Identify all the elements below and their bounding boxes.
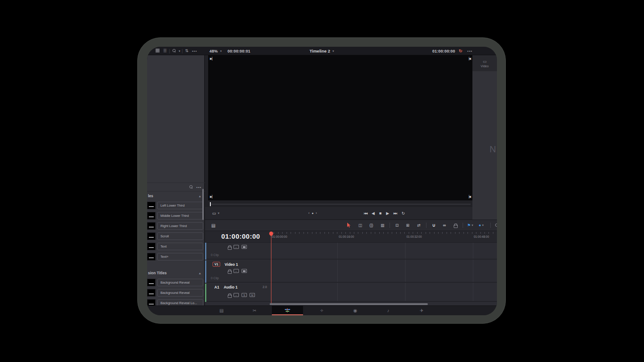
snapping-button[interactable]: ∪ xyxy=(432,220,435,231)
jog-right-icon[interactable]: › xyxy=(316,212,317,215)
auto-select-icon[interactable]: ↔ xyxy=(234,293,239,297)
more-options-icon[interactable]: ••• xyxy=(197,185,201,189)
titles-panel: ••• les ▲ Left Lower Third Middle Lower … xyxy=(147,55,205,305)
scrubber-track[interactable] xyxy=(211,204,471,204)
more-options-icon[interactable]: ••• xyxy=(191,49,198,53)
play-button[interactable]: ▶ xyxy=(386,211,389,216)
title-item[interactable]: Text xyxy=(147,242,205,251)
tab-media-page[interactable]: ▤ xyxy=(206,306,237,315)
replace-clip-button[interactable]: ⇄ xyxy=(417,220,421,231)
loop-button[interactable]: ↻ xyxy=(402,211,405,216)
clip-enable-icon[interactable] xyxy=(242,245,247,249)
step-back-button[interactable]: ◀ xyxy=(372,211,375,216)
position-lock-button[interactable] xyxy=(454,220,457,231)
timeline-ruler[interactable]: 01:00:00:00 01:00:16:00 01:00:32:00 01:0… xyxy=(270,231,497,243)
chevron-up-icon[interactable]: ▲ xyxy=(198,272,201,275)
viewer-overlay-tool[interactable]: ▭ ▼ xyxy=(212,207,220,219)
title-item[interactable]: Background Reveal xyxy=(147,278,205,287)
timeline-lanes[interactable] xyxy=(270,243,497,302)
search-icon[interactable] xyxy=(189,185,193,189)
timeline-current-timecode: 01:00:00:00 xyxy=(212,232,270,240)
color-sync-icon[interactable]: ↻ xyxy=(459,49,462,53)
title-thumbnail xyxy=(147,222,156,230)
track-header-audio1[interactable]: A1 Audio 1 2.0 ↔ S M xyxy=(206,284,270,302)
viewer-corner-marker: ▕◀ xyxy=(467,195,471,199)
track-header-video2[interactable]: ↔ 0 Clip xyxy=(206,243,270,260)
link-clips-button[interactable]: ∞ xyxy=(443,220,446,231)
sort-icon[interactable]: ⇅ xyxy=(184,49,190,53)
track-destination-badge[interactable]: A1 xyxy=(214,285,219,289)
stop-button[interactable]: ■ xyxy=(379,211,381,216)
title-item[interactable]: Background Reveal xyxy=(147,288,205,297)
jog-dot-icon[interactable]: ● xyxy=(312,212,313,215)
audio1-lane[interactable] xyxy=(270,284,497,302)
flag-button[interactable]: ⚑▼ xyxy=(467,220,474,231)
tab-fusion-page[interactable]: ✧ xyxy=(306,306,337,315)
overwrite-clip-button[interactable]: ⊞ xyxy=(406,220,410,231)
solo-button[interactable]: S xyxy=(242,293,247,297)
trim-edit-mode-button[interactable]: ◫ xyxy=(358,220,362,231)
section-header-titles[interactable]: les ▲ xyxy=(147,192,205,199)
auto-select-icon[interactable]: ↔ xyxy=(234,245,239,249)
clip-enable-icon[interactable] xyxy=(242,269,247,273)
title-thumbnail xyxy=(147,212,156,220)
track-lock-icon[interactable] xyxy=(228,269,231,273)
track-destination-badge[interactable]: V1 xyxy=(213,262,220,267)
tab-fairlight-page[interactable]: ♪ xyxy=(373,306,404,315)
cursor-icon xyxy=(347,223,351,228)
source-timecode: 00:00:00:01 xyxy=(228,49,250,53)
tab-deliver-page[interactable]: ✈ xyxy=(406,306,437,315)
scrubber-playhead[interactable] xyxy=(210,202,211,206)
viewer-scrubber[interactable] xyxy=(208,201,472,207)
playhead-line[interactable] xyxy=(271,234,271,305)
title-item[interactable]: Right Lower Third xyxy=(147,221,205,231)
timeline-horizontal-scrollbar[interactable] xyxy=(270,303,428,305)
title-item[interactable]: Text+ xyxy=(147,252,205,261)
title-item[interactable]: Middle Lower Third xyxy=(147,211,205,220)
jog-left-icon[interactable]: ‹ xyxy=(308,212,309,215)
tab-edit-page[interactable] xyxy=(272,306,303,315)
track-name: Video 1 xyxy=(225,262,238,267)
media-page-icon: ▤ xyxy=(219,308,223,313)
skip-to-end-button[interactable]: ▶▶| xyxy=(394,212,397,215)
video1-lane[interactable] xyxy=(270,260,497,283)
clip-count: 0 Clip xyxy=(211,277,219,280)
marker-button[interactable]: ●▼ xyxy=(479,220,484,231)
viewer-section: ▶▏ ▕◀ ▶▏ ▕◀ ▭ ▼ ‹ ● xyxy=(205,55,472,220)
track-lock-icon[interactable] xyxy=(228,293,231,297)
razor-edit-mode-button[interactable]: ▥ xyxy=(381,220,385,231)
titles-search-bar[interactable]: ••• xyxy=(147,183,205,191)
ruler-ticks xyxy=(270,232,497,234)
tab-color-page[interactable]: ◉ xyxy=(340,306,371,315)
skip-to-start-button[interactable]: |◀◀ xyxy=(364,212,367,215)
title-item[interactable]: Left Lower Third xyxy=(147,201,205,210)
chevron-down-icon[interactable]: ▼ xyxy=(178,50,181,53)
timeline-selector[interactable]: Timeline 2 xyxy=(309,49,330,53)
track-header-video1[interactable]: V1 Video 1 ↔ 0 Clip xyxy=(206,260,270,283)
video2-lane[interactable] xyxy=(270,243,497,260)
deliver-page-icon: ✈ xyxy=(420,308,423,313)
selection-tool-button[interactable] xyxy=(347,220,351,231)
insert-clip-button[interactable]: ⊡ xyxy=(395,220,399,231)
viewer-zoom-select[interactable]: 48% xyxy=(209,49,218,53)
tab-video-inspector[interactable]: ▭ Video xyxy=(472,55,497,71)
section-header-fusion-titles[interactable]: sion Titles ▲ xyxy=(147,269,205,277)
track-lock-icon[interactable] xyxy=(228,245,231,249)
auto-select-icon[interactable]: ↔ xyxy=(234,269,239,273)
ruler-label: 01:00:32:00 xyxy=(406,235,422,238)
search-icon[interactable] xyxy=(171,49,177,53)
sidebar-scrollbar[interactable] xyxy=(202,189,204,220)
dynamic-trim-mode-button[interactable]: (|) xyxy=(369,220,373,231)
chevron-up-icon[interactable]: ▲ xyxy=(198,195,201,198)
list-view-icon[interactable]: ☰ xyxy=(162,49,168,53)
chevron-down-icon[interactable]: ▼ xyxy=(220,50,222,53)
jog-control[interactable]: ‹ ● › xyxy=(308,207,317,219)
zoom-full-extent-button[interactable] xyxy=(495,220,497,231)
chevron-down-icon[interactable]: ▼ xyxy=(332,50,335,53)
grid-view-icon[interactable] xyxy=(154,49,161,53)
timeline-view-options-button[interactable]: ▤ xyxy=(211,220,215,231)
more-options-icon[interactable]: ••• xyxy=(466,49,474,53)
mute-button[interactable]: M xyxy=(250,293,255,297)
title-item[interactable]: Scroll xyxy=(147,232,205,241)
tab-cut-page[interactable]: ✂ xyxy=(239,306,270,315)
